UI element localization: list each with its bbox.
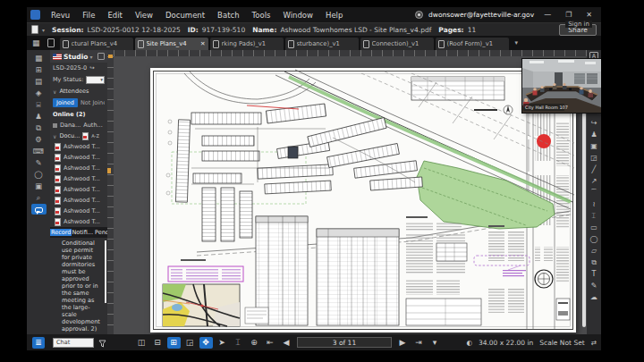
menu-tools[interactable]: Tools xyxy=(246,11,277,20)
signature-icon[interactable]: ✎ xyxy=(31,157,47,168)
split-horizontal-icon[interactable]: ⊟ xyxy=(151,337,165,349)
document-canvas[interactable] xyxy=(107,50,587,334)
tab-joined[interactable]: Joined xyxy=(53,98,78,107)
menu-file[interactable]: File xyxy=(76,11,101,20)
bookmarks-icon[interactable]: ▤ xyxy=(31,76,47,87)
studio-panel-header[interactable]: Studio ▾ xyxy=(50,50,107,63)
leave-session-icon[interactable]: ↪ xyxy=(89,64,94,72)
document-icon[interactable] xyxy=(31,25,38,34)
maximize-button[interactable]: ❐ xyxy=(561,11,576,19)
page-number-field[interactable]: 3 of 11 xyxy=(297,337,392,348)
settings-gear-icon[interactable]: ⚙ xyxy=(31,134,47,145)
tab-not-joined[interactable]: Not Joined xyxy=(80,99,105,106)
menu-help[interactable]: Help xyxy=(319,11,349,20)
filter-funnel-icon[interactable] xyxy=(98,334,106,351)
last-page-icon[interactable]: ⇥ xyxy=(412,337,426,349)
tab-overflow-chevron-icon[interactable]: ▾ xyxy=(515,39,519,46)
tab-structural-plans[interactable]: ctural Plans_v4 xyxy=(60,38,133,50)
page-options-chevron-icon[interactable]: ▾ xyxy=(428,337,442,349)
tab-roof-form[interactable]: (Roof Form)_v1 xyxy=(436,38,509,50)
account-email[interactable]: dwonsower@fayetteville-ar.gov xyxy=(428,11,534,19)
first-page-icon[interactable]: ⇤ xyxy=(264,337,277,349)
markups-list-icon[interactable]: ≣ xyxy=(32,337,45,349)
menu-revu[interactable]: Revu xyxy=(45,11,76,20)
tab-connection[interactable]: Connection)_v1 xyxy=(360,38,434,50)
select-tool-icon[interactable]: ➤ xyxy=(216,337,229,349)
document-list-item[interactable]: Ashwood T... xyxy=(50,152,107,163)
arc-tool-icon[interactable]: ⌒ xyxy=(590,187,597,198)
document-list-item[interactable]: Ashwood T... xyxy=(50,206,107,216)
group-tool-icon[interactable]: ⧉ xyxy=(591,257,597,268)
studio-chat-icon[interactable] xyxy=(31,204,47,215)
select-text-icon[interactable]: ⌶ xyxy=(232,337,245,349)
image-tool-icon[interactable]: ▣ xyxy=(590,140,597,152)
pan-tool-icon[interactable]: ✥ xyxy=(199,337,213,349)
webcam-video-overlay[interactable]: City Hall Room 107 xyxy=(522,59,601,113)
chevron-down-icon[interactable]: ▾ xyxy=(42,27,45,33)
arrow-tool-icon[interactable]: ↗ xyxy=(591,175,597,187)
cloud-tool-icon[interactable]: ☁ xyxy=(590,291,597,303)
document-list-item[interactable]: Ashwood T... xyxy=(50,141,107,152)
chat-scrollbar[interactable] xyxy=(105,240,106,303)
attendee-row[interactable]: Dana... Auth... xyxy=(50,120,107,130)
snapshot-tool-icon[interactable]: ◲ xyxy=(590,152,597,164)
panel-detach-icon[interactable] xyxy=(97,53,105,60)
tab-site-plans[interactable]: Site Plans_v4 ✕ xyxy=(135,38,208,50)
sync-views-icon[interactable]: ⊞ xyxy=(167,337,181,349)
zoom-tool-icon[interactable]: ⊕ xyxy=(248,337,261,349)
text-tool-icon[interactable]: T xyxy=(592,268,597,280)
windows-icon[interactable]: ⧉ xyxy=(31,122,47,133)
record-notifications-bar[interactable]: Record Notifi... Pendi... xyxy=(50,227,107,238)
rectangle-tool-icon[interactable]: ▭ xyxy=(590,222,597,233)
attendees-section-header[interactable]: ∨ Attendees xyxy=(50,86,107,97)
menu-batch[interactable]: Batch xyxy=(211,11,245,20)
ellipse-tool-icon[interactable]: ◯ xyxy=(590,233,598,245)
close-tab-icon[interactable]: ✕ xyxy=(200,40,205,47)
next-page-icon[interactable]: ▶ xyxy=(396,337,410,349)
sort-az-icon[interactable]: A-Z xyxy=(91,133,99,139)
split-vertical-icon[interactable]: ◫ xyxy=(135,337,148,349)
menu-document[interactable]: Document xyxy=(159,11,211,20)
document-list-item[interactable]: Ashwood T... xyxy=(50,195,107,206)
stamp-tool-icon[interactable]: ♟ xyxy=(590,129,597,140)
document-list-item[interactable]: Ashwood T... xyxy=(50,163,107,173)
scale-indicator[interactable]: Scale Not Set xyxy=(539,339,584,347)
menu-window[interactable]: Window xyxy=(276,11,319,20)
site-plan-page[interactable] xyxy=(150,68,576,333)
menu-edit[interactable]: Edit xyxy=(101,11,128,20)
document-list-item[interactable]: Ashwood T... xyxy=(50,173,107,184)
tool-chest-icon[interactable]: ⌸ xyxy=(31,99,47,110)
menu-view[interactable]: View xyxy=(129,11,159,20)
search-icon[interactable]: ⌕ xyxy=(31,192,47,203)
polygon-tool-icon[interactable]: ▱ xyxy=(591,245,597,257)
line-tool-icon[interactable]: ╱ xyxy=(592,164,597,175)
thumbnails-icon[interactable]: ⊞ xyxy=(31,64,47,75)
close-button[interactable]: ✕ xyxy=(581,11,597,19)
shortcuts-icon[interactable]: ⌨ xyxy=(31,146,47,156)
documents-section-header[interactable]: ∨ Docu... A-Z xyxy=(50,130,107,141)
add-document-icon[interactable] xyxy=(82,132,89,140)
stamps-icon[interactable]: ◈ xyxy=(31,88,47,98)
polyline-tool-icon[interactable]: ≀ xyxy=(593,198,596,210)
compare-icon[interactable]: ⇄ xyxy=(591,339,597,347)
dimension-tool-icon[interactable]: ⌶ xyxy=(592,210,597,222)
chat-input[interactable]: Chat xyxy=(53,338,94,348)
panels-icon[interactable]: ▦ xyxy=(27,38,46,47)
previous-page-icon[interactable]: ◀ xyxy=(280,337,293,349)
studio-icon[interactable]: ▦ xyxy=(31,53,47,63)
tab-parking-pads[interactable]: rking Pads)_v1 xyxy=(210,38,284,50)
snapshot-icon[interactable]: ◲ xyxy=(183,337,197,349)
callout-tool-icon[interactable]: ↪ xyxy=(591,117,597,129)
media-icon[interactable]: ▣ xyxy=(31,181,47,191)
contrast-icon[interactable]: ◐ xyxy=(466,339,472,347)
pen-tool-icon[interactable]: ✎ xyxy=(591,280,597,291)
status-dropdown[interactable]: ▾ xyxy=(86,76,105,84)
profiles-icon[interactable]: ♟ xyxy=(31,111,47,122)
tab-disturbance[interactable]: sturbance)_v1 xyxy=(285,38,359,50)
file-access-icon[interactable] xyxy=(47,38,55,47)
document-list-item[interactable]: Ashwood T... xyxy=(50,216,107,227)
shapes-icon[interactable]: ◯ xyxy=(31,169,47,180)
minimize-button[interactable]: — xyxy=(539,11,555,19)
document-list-item[interactable]: Ashwood T... xyxy=(50,184,107,195)
vertical-scrollbar[interactable] xyxy=(582,113,586,327)
